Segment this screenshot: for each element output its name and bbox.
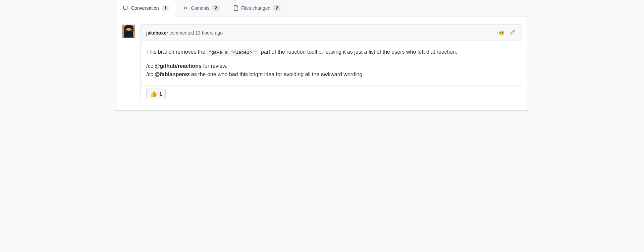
- tab-conversation[interactable]: Conversation 1: [116, 0, 176, 16]
- thumbsup-count: 1: [159, 91, 162, 97]
- thumbsup-reaction[interactable]: 👍 1: [146, 89, 166, 99]
- comment-time: 13 hours ago: [195, 30, 223, 36]
- svg-point-11: [125, 34, 132, 38]
- comment-paragraph-1: This branch removes the "gave a "<label>…: [146, 48, 517, 56]
- thumbsup-emoji: 👍: [150, 90, 157, 98]
- add-reaction-button[interactable]: +😊: [495, 29, 506, 37]
- comment-paragraph-2: /cc @github/reactions for review. /cc @f…: [146, 62, 517, 79]
- comment-box: jakeboxer commented 13 hours ago +😊: [141, 24, 522, 102]
- tab-files-label: Files changed: [241, 5, 270, 11]
- comment-actions: +😊: [495, 28, 517, 37]
- svg-point-9: [126, 31, 127, 32]
- mention-fabianperez[interactable]: @fabianperez: [155, 71, 190, 77]
- commenter-username[interactable]: jakeboxer: [146, 30, 168, 36]
- conversation-count: 1: [162, 5, 169, 11]
- svg-rect-12: [123, 37, 134, 38]
- tab-commits[interactable]: Commits 2: [176, 0, 226, 16]
- avatar: [122, 24, 135, 38]
- tab-files-changed[interactable]: Files changed 2: [226, 0, 287, 16]
- mention-github-reactions[interactable]: @github/reactions: [155, 63, 202, 69]
- svg-point-3: [125, 28, 132, 37]
- comment-body: This branch removes the "gave a "<label>…: [141, 41, 522, 86]
- reactions-bar: 👍 1: [141, 86, 522, 102]
- comment-header: jakeboxer commented 13 hours ago +😊: [141, 25, 522, 41]
- files-changed-count: 2: [273, 5, 281, 11]
- content-area: jakeboxer commented 13 hours ago +😊: [116, 16, 528, 111]
- inline-code-1: "gave a "<label>"": [207, 49, 260, 56]
- commits-count: 2: [212, 5, 220, 11]
- tab-bar: Conversation 1 Commits 2 Files changed 2: [116, 0, 528, 16]
- comment-action: commented: [169, 30, 195, 36]
- tab-commits-label: Commits: [191, 5, 209, 11]
- comment-meta: jakeboxer commented 13 hours ago: [146, 30, 223, 36]
- svg-point-10: [131, 31, 132, 32]
- conversation-icon: [123, 5, 128, 11]
- edit-comment-button[interactable]: [508, 28, 517, 37]
- files-changed-icon: [233, 5, 238, 11]
- tab-conversation-label: Conversation: [131, 5, 159, 11]
- comment-container: jakeboxer commented 13 hours ago +😊: [122, 24, 522, 102]
- commits-icon: [183, 5, 188, 11]
